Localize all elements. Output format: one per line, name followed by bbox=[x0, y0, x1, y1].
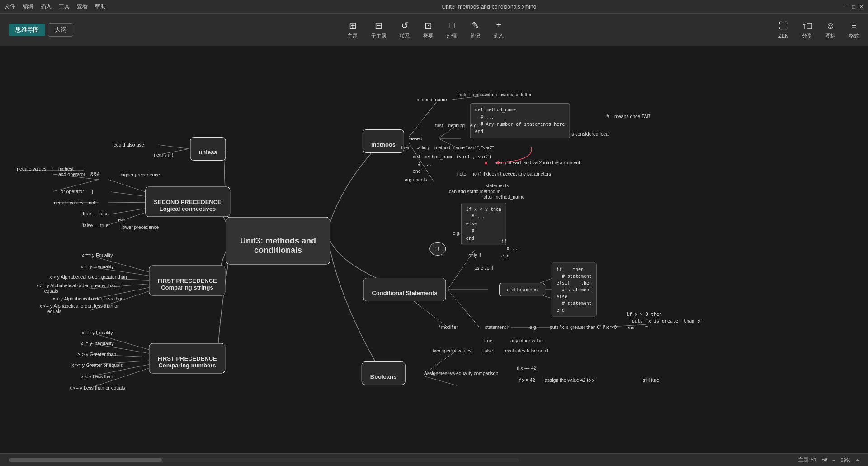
unless-node[interactable]: unless bbox=[190, 137, 226, 161]
if-eq42-label: if x == 42 bbox=[517, 365, 536, 371]
boundary-label: 外框 bbox=[447, 32, 457, 39]
if-line4: # bbox=[466, 228, 501, 235]
menu-view[interactable]: 查看 bbox=[77, 3, 88, 10]
str-neq: x != y Inequality bbox=[80, 264, 113, 269]
method-name-label: method_name bbox=[416, 97, 447, 102]
not-false-label: !false --- true bbox=[81, 223, 108, 228]
svg-line-11 bbox=[425, 351, 457, 373]
ec-l4: # statement bbox=[557, 286, 592, 293]
outline-tab[interactable]: 大纲 bbox=[48, 23, 73, 37]
if-line3: else bbox=[466, 220, 501, 228]
minimize-button[interactable]: — bbox=[843, 4, 849, 10]
format-label: 格式 bbox=[849, 33, 859, 39]
connection-tool[interactable]: ↺ 联系 bbox=[400, 20, 410, 39]
if-label: if bbox=[436, 246, 439, 252]
eg-conditional: e.g. bbox=[453, 230, 461, 236]
num-lt-label: x < y Less than bbox=[81, 374, 113, 379]
insert-label: 插入 bbox=[494, 32, 504, 39]
window-controls[interactable]: — □ ✕ bbox=[843, 4, 863, 10]
zen-tool[interactable]: ⛶ ZEN bbox=[778, 21, 788, 38]
ixc-l2: puts "x is greater than 0" bbox=[627, 318, 703, 324]
booleans-node[interactable]: Booleans bbox=[362, 361, 406, 385]
sticker-tool[interactable]: ☺ 图标 bbox=[826, 20, 835, 39]
menu-bar[interactable]: 文件 编辑 插入 工具 查看 帮助 bbox=[5, 3, 106, 10]
map-icon: 🗺 bbox=[822, 457, 827, 463]
num-neq-label: x != y Inequality bbox=[80, 341, 113, 346]
or-op: or operator || bbox=[61, 189, 93, 194]
oif-l3: end bbox=[501, 252, 520, 260]
conditional-box: Conditional Statements bbox=[363, 278, 446, 301]
statements-node: statements bbox=[486, 183, 509, 188]
str-gt: x > y Alphabetical order, greater than bbox=[49, 274, 127, 280]
unless-box: unless bbox=[190, 137, 226, 161]
only-if-label: only if bbox=[468, 252, 481, 258]
scroll-area[interactable] bbox=[9, 458, 519, 462]
true-desc-label: any other value bbox=[510, 338, 543, 343]
still-true-node: still ture bbox=[643, 377, 659, 383]
eg-negate: e.g. bbox=[118, 217, 126, 222]
only-if-code: if # ... end bbox=[501, 238, 520, 260]
menu-file[interactable]: 文件 bbox=[5, 3, 15, 10]
menu-edit[interactable]: 编辑 bbox=[23, 3, 33, 10]
method-def-line3: # Any number of statements here bbox=[475, 121, 565, 128]
method-name-node: method_name bbox=[416, 97, 447, 102]
zoom-in-button[interactable]: + bbox=[856, 457, 859, 463]
ec-l1: if then bbox=[557, 266, 592, 273]
statement-if-node: statement if bbox=[485, 324, 509, 330]
summary-tool[interactable]: ⊡ 概要 bbox=[423, 20, 433, 39]
share-tool[interactable]: ↑□ 分享 bbox=[802, 20, 812, 39]
right-tools: ⛶ ZEN ↑□ 分享 ☺ 图标 ≡ 格式 bbox=[778, 20, 859, 39]
topic-label: 主题 bbox=[348, 33, 358, 39]
assign42-desc-label: assign the value 42 to x bbox=[545, 377, 594, 383]
zoom-level: 59% bbox=[841, 457, 851, 463]
as-else-if-label: as else if bbox=[474, 265, 493, 271]
insert-tool[interactable]: + 插入 bbox=[494, 20, 504, 39]
method-def-line4: end bbox=[475, 128, 565, 135]
num-gte-label: x >= y Greater or equals bbox=[71, 362, 123, 368]
arguments-node: arguments bbox=[405, 177, 427, 182]
assign42-label: if x = 42 bbox=[518, 377, 535, 383]
second-prec-box: SECOND PRECEDENCELogical connectives bbox=[145, 187, 230, 217]
false-desc: evaluates false or nil bbox=[505, 348, 548, 353]
not-false: !false --- true bbox=[81, 223, 108, 228]
menu-insert[interactable]: 插入 bbox=[41, 3, 52, 10]
mindmap-canvas[interactable]: Unit3: methods and conditionals methods … bbox=[0, 46, 868, 453]
status-right: 主题: 81 🗺 − 59% + bbox=[798, 456, 859, 463]
connection-icon: ↺ bbox=[401, 20, 409, 31]
if-ellipse: if bbox=[429, 242, 446, 256]
note-tool[interactable]: ✎ 笔记 bbox=[470, 20, 480, 39]
conditional-node[interactable]: Conditional Statements bbox=[363, 278, 446, 301]
maximize-button[interactable]: □ bbox=[852, 4, 855, 10]
center-node[interactable]: Unit3: methods and conditionals bbox=[226, 217, 330, 265]
zoom-out-button[interactable]: − bbox=[832, 457, 835, 463]
negate-excl-label: negate values ! highest bbox=[17, 166, 74, 171]
topic-tool[interactable]: ⊞ 主题 bbox=[348, 20, 358, 39]
share-icon: ↑□ bbox=[802, 20, 812, 31]
num-gte: x >= y Greater or equals bbox=[71, 362, 123, 368]
format-tool[interactable]: ≡ 格式 bbox=[849, 20, 859, 39]
first-prec-str-node[interactable]: FIRST PRECEDENCEComparing strings bbox=[149, 266, 225, 296]
boundary-tool[interactable]: □ 外框 bbox=[447, 20, 457, 39]
static-method-label: can add static method in bbox=[449, 189, 500, 194]
false-desc-label: evaluates false or nil bbox=[505, 348, 548, 353]
close-button[interactable]: ✕ bbox=[859, 4, 863, 10]
elsif-node[interactable]: elsif branches bbox=[499, 283, 545, 296]
false-label: false bbox=[483, 348, 493, 353]
second-prec-node[interactable]: SECOND PRECEDENCELogical connectives bbox=[145, 187, 230, 217]
false-node: false bbox=[483, 348, 493, 353]
if-code-block: if x < y then # ... else # end bbox=[461, 203, 506, 245]
lower-prec: lower precedence bbox=[122, 224, 159, 230]
subtopic-tool[interactable]: ⊟ 子主题 bbox=[371, 20, 386, 39]
mindmap-tab[interactable]: 思维导图 bbox=[9, 24, 45, 36]
first-prec-num-node[interactable]: FIRST PRECEDENCEComparing numbers bbox=[149, 343, 225, 374]
could-also-label: could also use bbox=[113, 142, 144, 147]
menu-help[interactable]: 帮助 bbox=[95, 3, 106, 10]
after-method-label: after method_name bbox=[483, 194, 524, 200]
num-lte-label: x <= y Less than or equals bbox=[69, 385, 125, 390]
arguments-label: arguments bbox=[405, 177, 427, 182]
menu-tools[interactable]: 工具 bbox=[59, 3, 70, 10]
methods-node[interactable]: methods bbox=[363, 129, 404, 153]
svg-line-10 bbox=[448, 290, 479, 327]
if-line5: end bbox=[466, 235, 501, 242]
then-label: then calling method_name "var1", "var2" bbox=[401, 145, 494, 150]
